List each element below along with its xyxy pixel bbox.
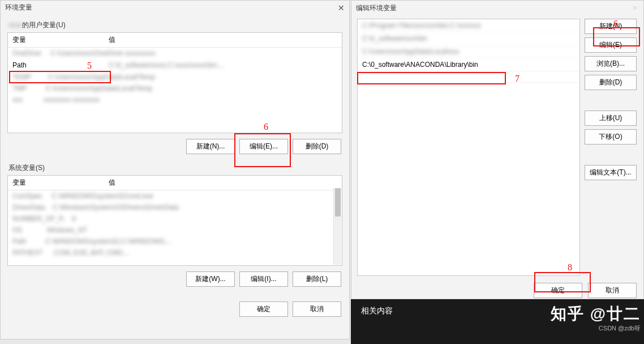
- edit-sys-button[interactable]: 编辑(I)...: [239, 271, 288, 287]
- col-variable-sys[interactable]: 变量: [8, 176, 104, 190]
- delete-user-button[interactable]: 删除(D): [293, 139, 341, 154]
- dialog-titlebar: 环境变量 ✕: [1, 1, 349, 15]
- col-variable[interactable]: 变量: [8, 33, 104, 47]
- col-value-sys[interactable]: 值: [104, 176, 342, 190]
- ok-button[interactable]: 确定: [534, 283, 582, 298]
- dialog-button-row: 确定 取消: [7, 296, 342, 320]
- new-sys-button[interactable]: 新建(W)...: [186, 271, 235, 287]
- annotation-6a: 6: [264, 122, 268, 132]
- cancel-button[interactable]: 取消: [293, 301, 341, 317]
- dialog-title: 编辑环境变量: [356, 3, 397, 13]
- move-down-button[interactable]: 下移(O): [585, 129, 637, 145]
- annotation-6b: 6: [613, 19, 618, 29]
- delete-button[interactable]: 删除(D): [585, 75, 637, 90]
- sys-button-row: 新建(W)... 编辑(I)... 删除(L): [7, 266, 342, 290]
- list-header-sys: 变量 值: [8, 176, 342, 190]
- related-label: 相关内容: [361, 306, 393, 315]
- anaconda-path-entry[interactable]: C:\0_software\ANACONDA\Library\bin: [358, 58, 579, 71]
- new-user-button[interactable]: 新建(N)...: [186, 139, 235, 154]
- right-button-column: 新建(N) 编辑(E) 浏览(B)... 删除(D) 上移(U) 下移(O) 编…: [585, 19, 638, 276]
- csdn-watermark: CSDN @zdb呀: [599, 324, 641, 333]
- path-row[interactable]: Path C:\0_software\xxxx;C:\xxxx\xxxx\bin…: [8, 59, 342, 71]
- sys-vars-list[interactable]: 变量 值 ComSpec C:\WINDOWS\system32\cmd.exe…: [7, 175, 342, 266]
- dialog-titlebar: 编辑环境变量 ＞: [351, 1, 643, 15]
- user-vars-list[interactable]: 变量 值 OneDrive C:\Users\xxxx\OneDrive xxx…: [7, 32, 342, 133]
- list-header: 变量 值: [8, 33, 342, 48]
- path-values-list[interactable]: C:\Program Files\xxx\xxx\bin;C:\xxx\xxx …: [357, 19, 580, 276]
- path-var-cell: Path: [12, 61, 109, 69]
- edit-button[interactable]: 编辑(E): [585, 37, 637, 53]
- move-up-button[interactable]: 上移(U): [585, 111, 637, 126]
- edit-env-dialog: 编辑环境变量 ＞ C:\Program Files\xxx\xxx\bin;C:…: [351, 0, 644, 299]
- user-vars-label: xxxx的用户变量(U): [7, 18, 342, 32]
- browse-button[interactable]: 浏览(B)...: [585, 56, 637, 71]
- env-vars-dialog: 环境变量 ✕ xxxx的用户变量(U) 变量 值 OneDrive C:\Use…: [0, 0, 350, 339]
- annotation-7: 7: [515, 74, 520, 84]
- sys-vars-label: 系统变量(S): [7, 161, 342, 175]
- zhihu-watermark: 知乎 @廿二: [551, 303, 641, 325]
- edit-text-button[interactable]: 编辑文本(T)...: [585, 165, 637, 180]
- close-icon[interactable]: ＞: [631, 3, 639, 13]
- new-button[interactable]: 新建(N): [585, 19, 637, 34]
- annotation-8: 8: [568, 262, 572, 273]
- dialog-title: 环境变量: [5, 3, 32, 12]
- scrollbar[interactable]: [333, 188, 341, 265]
- close-icon[interactable]: ✕: [338, 3, 345, 12]
- ok-button[interactable]: 确定: [239, 301, 288, 317]
- col-value[interactable]: 值: [104, 33, 342, 47]
- edit-user-button[interactable]: 编辑(E)...: [239, 139, 288, 154]
- cancel-button[interactable]: 取消: [588, 283, 637, 298]
- user-button-row: 新建(N)... 编辑(E)... 删除(D): [7, 133, 342, 158]
- delete-sys-button[interactable]: 删除(L): [293, 271, 341, 287]
- annotation-5: 5: [87, 61, 92, 71]
